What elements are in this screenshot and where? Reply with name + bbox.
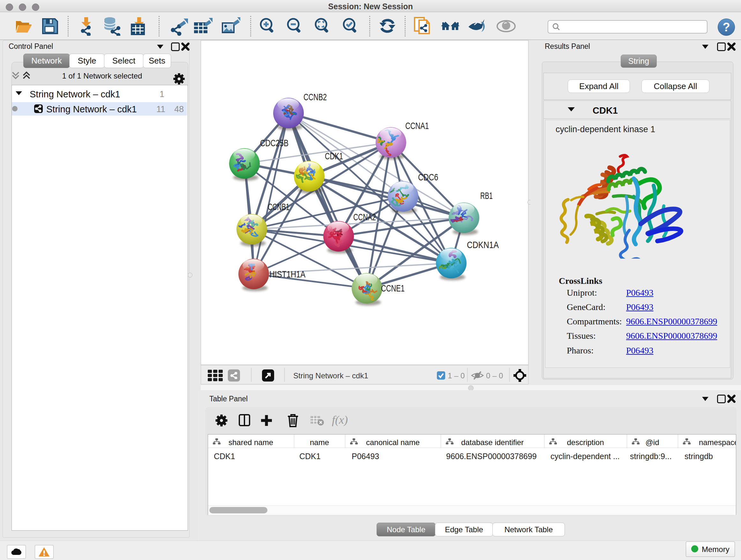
svg-text:CDKN1A: CDKN1A <box>467 240 499 250</box>
svg-text:RB1: RB1 <box>480 190 493 201</box>
svg-text:CCNE1: CCNE1 <box>381 283 405 294</box>
svg-text:CCNB2: CCNB2 <box>304 91 327 102</box>
svg-text:CDC6: CDC6 <box>418 172 438 182</box>
svg-text:CDC25B: CDC25B <box>260 138 288 148</box>
svg-text:CCNA2: CCNA2 <box>353 212 376 222</box>
svg-text:CCNA1: CCNA1 <box>405 120 429 131</box>
svg-text:HIST1H1A: HIST1H1A <box>269 269 306 279</box>
svg-text:CDK1: CDK1 <box>325 151 343 161</box>
svg-text:CCNB1: CCNB1 <box>268 201 289 212</box>
